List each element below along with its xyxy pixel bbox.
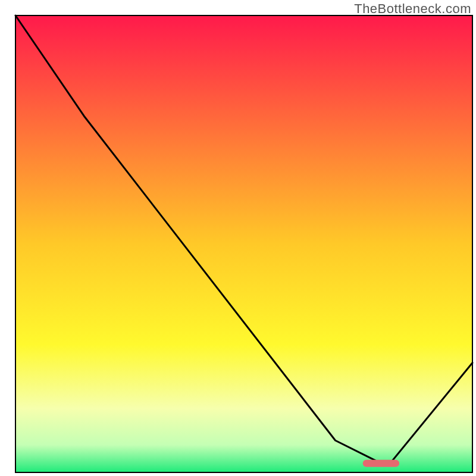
- chart-frame: TheBottleneck.com: [0, 0, 476, 476]
- plot-background: [15, 15, 472, 472]
- bottleneck-plot: [0, 0, 476, 476]
- optimal-range-marker: [363, 460, 399, 467]
